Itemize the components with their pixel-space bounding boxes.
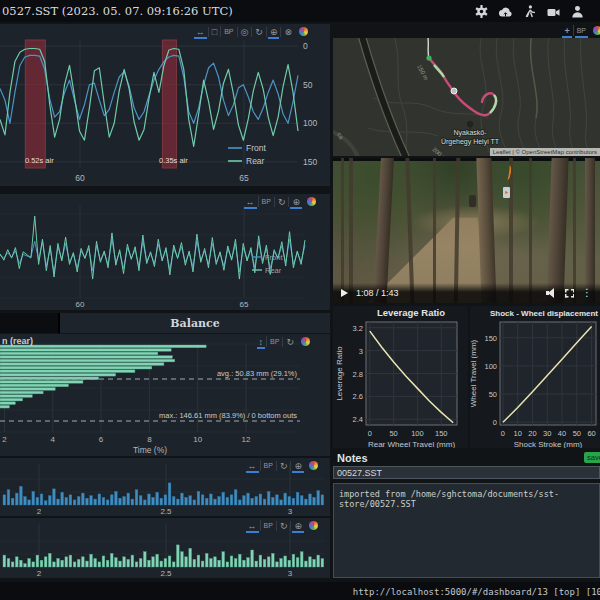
histogram-bar <box>317 555 320 567</box>
user-icon[interactable] <box>571 4 584 17</box>
save-tool-icon[interactable] <box>280 27 295 37</box>
session-name-input[interactable] <box>333 466 600 479</box>
wheel-zoom-tool-icon[interactable] <box>237 27 252 37</box>
reset-tool-icon[interactable] <box>276 521 291 531</box>
svg-text:Shock - Wheel displacement: Shock - Wheel displacement <box>490 309 598 318</box>
video-controls: 1:08 / 1:43 ⋮ <box>333 283 600 303</box>
svg-text:50: 50 <box>489 390 497 399</box>
histogram-bar <box>243 560 246 567</box>
notes-textarea[interactable]: imported from /home/sghctoma/documents/s… <box>333 483 600 578</box>
box-zoom-tool-icon[interactable] <box>208 27 220 37</box>
histogram-bar <box>300 552 303 567</box>
shock-wheel-chart[interactable]: 0102030405060150100500Shock - Wheel disp… <box>470 306 600 448</box>
tab-balance[interactable]: Balance <box>60 313 330 333</box>
histogram-bar <box>201 561 204 567</box>
histogram-bar <box>259 555 262 567</box>
histogram-bar <box>115 491 118 505</box>
histogram-bar <box>119 498 122 505</box>
svg-text:0: 0 <box>368 429 372 438</box>
logo-tool-icon[interactable] <box>309 461 318 470</box>
reset-tool-icon[interactable] <box>251 27 266 37</box>
play-icon[interactable] <box>341 289 348 297</box>
rider-setup-icon[interactable] <box>523 4 536 17</box>
reset-tool-icon[interactable] <box>274 197 289 207</box>
tab-bar: Balance <box>0 313 330 333</box>
x-pan-tool-icon[interactable] <box>245 461 260 471</box>
hover-tool-icon[interactable] <box>290 461 305 471</box>
x-pan-tool-icon[interactable] <box>193 27 208 37</box>
settings-icon[interactable] <box>475 4 488 17</box>
histogram-bar <box>28 559 31 568</box>
histogram-bar <box>48 496 51 505</box>
logo-tool-icon[interactable] <box>593 26 600 35</box>
bp-tool-icon[interactable] <box>573 25 589 36</box>
save-button[interactable]: save <box>584 452 600 463</box>
logo-tool-icon[interactable] <box>307 197 316 206</box>
hover-tool-icon[interactable] <box>290 521 305 531</box>
bp-tool-icon[interactable] <box>220 26 236 37</box>
bp-tool-icon[interactable] <box>260 520 276 531</box>
logo-tool-icon[interactable] <box>301 337 310 346</box>
histogram-bar <box>276 495 279 505</box>
histogram-bar <box>193 559 196 567</box>
volume-icon[interactable] <box>546 288 557 298</box>
logo-tool-icon[interactable] <box>299 27 308 36</box>
pan-tool-icon[interactable] <box>561 26 572 36</box>
track-map[interactable]: Nyakaskő- Ürgehegy Helyi TT 150 m 200 m … <box>333 38 600 156</box>
histogram-bar <box>0 395 32 398</box>
histogram-bar <box>7 490 10 505</box>
svg-text:10: 10 <box>193 435 202 444</box>
leverage-ratio-chart[interactable]: 0501001503.232.82.62.4Leverage RatioRear… <box>333 306 468 448</box>
bp-tool-icon[interactable] <box>266 336 282 347</box>
travel-histogram-chart[interactable]: avg.: 50.83 mm (29.1%)max.: 146.61 mm (8… <box>0 334 330 456</box>
histogram-bar <box>77 559 80 567</box>
histogram-bar <box>0 359 175 362</box>
svg-text:Leverage Ratio: Leverage Ratio <box>335 346 344 401</box>
video-panel[interactable]: 1:08 / 1:43 ⋮ <box>333 158 600 303</box>
map-attribution[interactable]: Leaflet | © OpenStreetMap contributors <box>490 148 600 156</box>
logo-tool-icon[interactable] <box>309 521 318 530</box>
svg-text:Rear: Rear <box>265 266 282 275</box>
histogram-bar <box>110 553 113 567</box>
histogram-bar <box>0 381 83 384</box>
fullscreen-icon[interactable] <box>565 289 574 298</box>
histogram-bar <box>94 499 97 505</box>
svg-text:0: 0 <box>303 41 308 51</box>
x-pan-tool-icon[interactable] <box>243 197 258 207</box>
svg-text:3: 3 <box>359 347 363 356</box>
svg-text:Rear Wheel Travel (mm): Rear Wheel Travel (mm) <box>368 440 455 448</box>
histogram-bar <box>0 363 164 366</box>
histogram-bar <box>230 556 233 567</box>
histogram-bar <box>0 391 43 394</box>
histogram-bar <box>0 384 68 387</box>
hover-tool-icon[interactable] <box>288 197 303 207</box>
tab-left-cut[interactable] <box>0 313 60 333</box>
svg-text:0.52s air: 0.52s air <box>25 156 54 165</box>
kebab-menu-icon[interactable]: ⋮ <box>582 288 592 298</box>
y-pan-tool-icon[interactable] <box>256 337 267 347</box>
histogram-bar <box>160 561 163 567</box>
velocity-chart[interactable]: 6065FrontRear <box>0 194 330 310</box>
svg-text:Shock Stroke (mm): Shock Stroke (mm) <box>514 440 583 448</box>
reset-tool-icon[interactable] <box>276 461 291 471</box>
histogram-bar <box>7 559 10 568</box>
velocity-histogram-front-panel: 22.53 <box>0 458 330 516</box>
dashboard-app: 0527.SST (2023. 05. 07. 09:16:26 UTC) 0.… <box>0 0 600 600</box>
poi-label-line2: Ürgehegy Helyi TT <box>441 138 500 146</box>
bp-tool-icon[interactable] <box>260 460 276 471</box>
travel-chart[interactable]: 0.52s air0.35s air0501001506065FrontRear <box>0 24 330 186</box>
x-pan-tool-icon[interactable] <box>245 521 260 531</box>
histogram-bar <box>24 497 27 506</box>
histogram-bar <box>90 496 93 505</box>
bp-tool-icon[interactable] <box>258 196 274 207</box>
video-camera-icon[interactable] <box>547 4 560 17</box>
reset-tool-icon[interactable] <box>282 337 297 347</box>
tree-trunk <box>585 158 595 303</box>
histogram-bar <box>156 492 159 505</box>
histogram-bar <box>267 491 270 505</box>
histogram-bar <box>3 555 6 567</box>
cloud-upload-icon[interactable] <box>499 4 512 17</box>
hover-tool-icon[interactable] <box>266 27 281 37</box>
histogram-bar <box>296 492 299 505</box>
position-marker[interactable] <box>451 88 457 94</box>
